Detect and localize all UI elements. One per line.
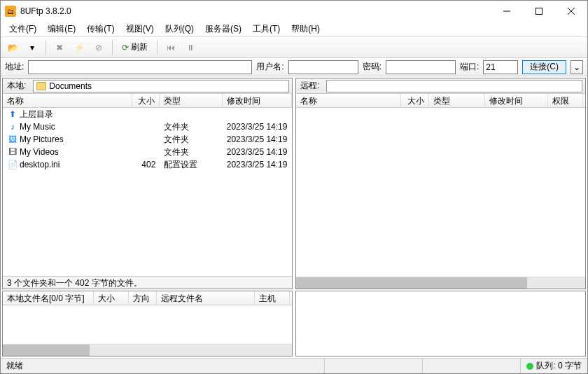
remote-pane-header: 远程: [296, 78, 585, 94]
reconnect-button[interactable]: ⚡ [70, 39, 88, 57]
local-pane: 本地: Documents 名称 大小 类型 修改时间 ⬆上层目录♪My Mus… [2, 78, 293, 289]
address-label: 地址: [5, 61, 24, 73]
remote-file-list[interactable] [296, 108, 585, 277]
menu-view[interactable]: 视图(V) [120, 22, 160, 36]
file-icon: 📄 [7, 159, 18, 170]
file-icon: 🖼 [7, 134, 18, 145]
list-item[interactable]: 🖼My Pictures文件夹2023/3/25 14:19 [3, 133, 292, 146]
list-item[interactable]: 🎞My Videos文件夹2023/3/25 14:19 [3, 146, 292, 158]
queue-header: 本地文件名[0/0 字节] 大小 方向 远程文件名 主机 [3, 291, 292, 305]
list-item[interactable]: 📄desktop.ini402配置设置2023/3/25 14:19 [3, 158, 292, 171]
col-remotename[interactable]: 远程文件名 [157, 291, 255, 305]
status-progress-2 [422, 359, 520, 373]
stop-icon: ⊘ [95, 43, 102, 53]
menu-bar: 文件(F) 编辑(E) 传输(T) 视图(V) 队列(Q) 服务器(S) 工具(… [1, 22, 587, 37]
log-pane[interactable] [295, 291, 586, 356]
folder-icon [36, 82, 46, 90]
file-icon: ⬆ [7, 109, 18, 120]
connection-bar: 地址: 用户名: 密码: 端口: 连接(C) ⌄ [1, 58, 587, 76]
col-size[interactable]: 大小 [401, 94, 429, 107]
username-input[interactable] [288, 60, 358, 74]
menu-tools[interactable]: 工具(T) [247, 22, 286, 36]
separator [112, 40, 113, 55]
menu-help[interactable]: 帮助(H) [286, 22, 326, 36]
remote-path-field[interactable] [326, 80, 582, 92]
folder-open-icon: 📂 [8, 43, 18, 53]
disconnect-button[interactable]: ✖ [50, 39, 69, 57]
connect-dropdown[interactable]: ⌄ [570, 60, 583, 74]
connect-button[interactable]: 连接(C) [522, 60, 566, 74]
app-icon: 🗂 [5, 6, 16, 17]
local-pane-header: 本地: Documents [3, 78, 292, 94]
queue-pane: 本地文件名[0/0 字节] 大小 方向 远程文件名 主机 [2, 291, 293, 356]
minimize-button[interactable] [491, 1, 523, 22]
col-name[interactable]: 名称 [296, 94, 401, 107]
queue-list[interactable] [3, 305, 292, 344]
refresh-button[interactable]: ⟳刷新 [117, 39, 153, 57]
open-button[interactable]: 📂 [4, 39, 22, 57]
menu-edit[interactable]: 编辑(E) [42, 22, 81, 36]
password-label: 密码: [363, 61, 382, 73]
username-label: 用户名: [256, 61, 284, 73]
local-path-field[interactable]: Documents [33, 80, 289, 92]
disconnect-icon: ✖ [56, 43, 63, 53]
col-dir[interactable]: 方向 [129, 291, 157, 305]
list-item[interactable]: ♪My Music文件夹2023/3/25 14:19 [3, 120, 292, 133]
col-host[interactable]: 主机 [255, 291, 290, 305]
status-progress-1 [324, 359, 422, 373]
address-input[interactable] [28, 60, 252, 74]
menu-server[interactable]: 服务器(S) [200, 22, 247, 36]
menu-transfer[interactable]: 传输(T) [81, 22, 120, 36]
svg-rect-1 [536, 8, 542, 15]
bolt-icon: ⚡ [74, 43, 85, 53]
file-icon: 🎞 [7, 146, 18, 158]
remote-hscrollbar[interactable] [296, 277, 585, 289]
queue-status-icon [526, 363, 533, 370]
file-icon: ♪ [7, 121, 18, 132]
remote-label: 远程: [296, 80, 323, 92]
status-bar: 就绪 队列: 0 字节 [1, 358, 587, 373]
port-label: 端口: [460, 61, 479, 73]
close-button[interactable] [555, 1, 587, 22]
local-list-header: 名称 大小 类型 修改时间 [3, 94, 292, 108]
col-localname[interactable]: 本地文件名[0/0 字节] [3, 291, 94, 305]
bottom-panes: 本地文件名[0/0 字节] 大小 方向 远程文件名 主机 [1, 291, 587, 358]
chevron-down-icon: ▾ [30, 43, 34, 53]
password-input[interactable] [386, 60, 456, 74]
abort-button[interactable]: ⊘ [90, 39, 108, 57]
pause-button[interactable]: ⏸ [181, 39, 200, 57]
refresh-icon: ⟳ [122, 43, 129, 53]
chevron-down-icon: ⌄ [573, 62, 580, 72]
col-type[interactable]: 类型 [429, 94, 485, 107]
toolbar: 📂 ▾ ✖ ⚡ ⊘ ⟳刷新 ⏮ ⏸ [1, 37, 587, 58]
window-title: 8UFtp 3.8.2.0 [20, 6, 491, 16]
separator [157, 40, 158, 55]
col-mtime[interactable]: 修改时间 [223, 94, 292, 107]
remote-list-header: 名称 大小 类型 修改时间 权限 [296, 94, 585, 108]
col-name[interactable]: 名称 [3, 94, 132, 107]
menu-file[interactable]: 文件(F) [4, 22, 42, 36]
menu-queue[interactable]: 队列(Q) [160, 22, 200, 36]
status-ready: 就绪 [1, 359, 324, 373]
pause-icon: ⏸ [186, 43, 195, 53]
col-perm[interactable]: 权限 [548, 94, 583, 107]
local-path-text: Documents [49, 81, 92, 91]
col-size[interactable]: 大小 [132, 94, 160, 107]
local-label: 本地: [3, 80, 30, 92]
maximize-button[interactable] [523, 1, 555, 22]
prev-button[interactable]: ⏮ [162, 39, 180, 57]
col-mtime[interactable]: 修改时间 [485, 94, 548, 107]
col-size[interactable]: 大小 [94, 291, 129, 305]
local-status: 3 个文件夹和一个 402 字节的文件。 [3, 276, 292, 289]
status-queue-text: 队列: 0 字节 [536, 360, 582, 372]
skip-prev-icon: ⏮ [167, 43, 175, 53]
queue-hscrollbar[interactable] [3, 344, 292, 356]
dropdown-button[interactable]: ▾ [23, 39, 41, 57]
port-input[interactable] [483, 60, 518, 74]
remote-pane: 远程: 名称 大小 类型 修改时间 权限 [295, 78, 586, 289]
list-item[interactable]: ⬆上层目录 [3, 108, 292, 120]
local-file-list[interactable]: ⬆上层目录♪My Music文件夹2023/3/25 14:19🖼My Pict… [3, 108, 292, 276]
status-queue: 队列: 0 字节 [520, 359, 587, 373]
col-type[interactable]: 类型 [160, 94, 222, 107]
title-bar: 🗂 8UFtp 3.8.2.0 [1, 1, 587, 22]
